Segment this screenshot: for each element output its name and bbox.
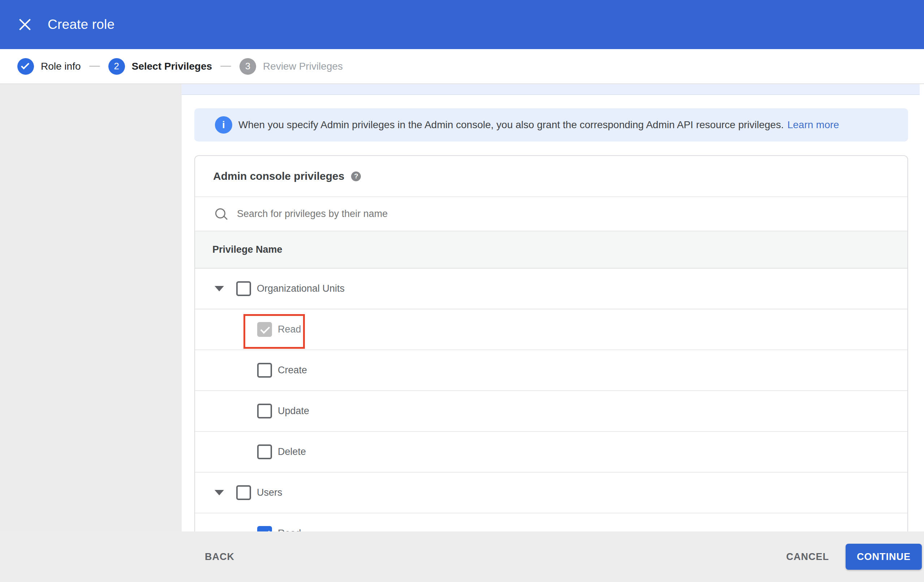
checkbox-unchecked[interactable] bbox=[236, 281, 251, 296]
step-connector bbox=[220, 66, 231, 67]
privilege-row: Read bbox=[195, 309, 908, 350]
cancel-button[interactable]: CANCEL bbox=[786, 551, 829, 562]
search-input[interactable] bbox=[237, 208, 670, 219]
step-label: Role info bbox=[41, 61, 81, 72]
step-label: Select Privileges bbox=[132, 61, 213, 72]
check-icon bbox=[21, 61, 29, 69]
privilege-row: Delete bbox=[195, 432, 908, 473]
privilege-row: Read bbox=[195, 513, 908, 531]
privilege-label: Delete bbox=[278, 446, 306, 457]
stepper: Role info 2 Select Privileges 3 Review P… bbox=[0, 49, 924, 84]
left-panel bbox=[0, 84, 182, 531]
learn-more-link[interactable]: Learn more bbox=[787, 119, 839, 131]
scrolled-section-edge bbox=[182, 84, 920, 95]
close-icon[interactable] bbox=[18, 18, 32, 31]
app-bar: Create role bbox=[0, 0, 924, 49]
step-connector bbox=[89, 66, 100, 67]
expander-arrow-icon[interactable] bbox=[214, 490, 224, 495]
privilege-label: Users bbox=[257, 487, 282, 498]
checkbox-unchecked[interactable] bbox=[257, 404, 272, 419]
privilege-label: Create bbox=[278, 364, 307, 376]
help-icon[interactable]: ? bbox=[351, 171, 361, 181]
content-scroll-area[interactable]: i When you specify Admin privileges in t… bbox=[182, 84, 924, 531]
privilege-row: Organizational Units bbox=[195, 269, 908, 309]
privilege-row: Create bbox=[195, 350, 908, 391]
step-role-info[interactable]: Role info bbox=[17, 58, 81, 75]
dialog-title: Create role bbox=[48, 17, 114, 32]
footer-bar: BACK CANCEL CONTINUE bbox=[0, 531, 924, 582]
continue-button[interactable]: CONTINUE bbox=[846, 544, 922, 570]
step-complete-icon bbox=[17, 58, 34, 75]
step-label: Review Privileges bbox=[263, 61, 343, 72]
dialog-body: i When you specify Admin privileges in t… bbox=[0, 84, 924, 531]
step-review-privileges[interactable]: 3 Review Privileges bbox=[239, 58, 343, 75]
privilege-label: Read bbox=[278, 324, 301, 335]
privilege-rows: Organizational UnitsReadCreateUpdateDele… bbox=[195, 269, 908, 531]
back-button[interactable]: BACK bbox=[205, 551, 234, 562]
checkbox-checked[interactable] bbox=[257, 322, 272, 337]
privilege-label: Update bbox=[278, 406, 309, 417]
step-number-badge: 2 bbox=[108, 58, 125, 75]
banner-text: When you specify Admin privileges in the… bbox=[238, 119, 784, 131]
card-title: Admin console privileges bbox=[213, 170, 344, 182]
info-banner: i When you specify Admin privileges in t… bbox=[194, 108, 908, 142]
column-header-label: Privilege Name bbox=[213, 244, 282, 255]
privilege-row: Users bbox=[195, 473, 908, 513]
checkbox-checked[interactable] bbox=[257, 526, 272, 531]
info-icon: i bbox=[215, 116, 232, 134]
step-number-badge: 3 bbox=[239, 58, 256, 75]
expander-arrow-icon[interactable] bbox=[214, 286, 224, 291]
checkbox-unchecked[interactable] bbox=[257, 363, 272, 378]
privilege-label: Read bbox=[278, 528, 301, 531]
card-heading: Admin console privileges ? bbox=[195, 156, 908, 197]
table-column-header: Privilege Name bbox=[195, 231, 908, 269]
search-icon bbox=[214, 208, 228, 221]
checkbox-unchecked[interactable] bbox=[257, 444, 272, 459]
privileges-card: Admin console privileges ? Privilege Nam… bbox=[194, 155, 908, 531]
privilege-label: Organizational Units bbox=[257, 283, 345, 294]
checkbox-unchecked[interactable] bbox=[236, 485, 251, 500]
privilege-row: Update bbox=[195, 391, 908, 432]
create-role-dialog: Create role Role info 2 Select Privilege… bbox=[0, 0, 924, 582]
step-select-privileges[interactable]: 2 Select Privileges bbox=[108, 58, 213, 75]
search-row bbox=[195, 197, 908, 231]
